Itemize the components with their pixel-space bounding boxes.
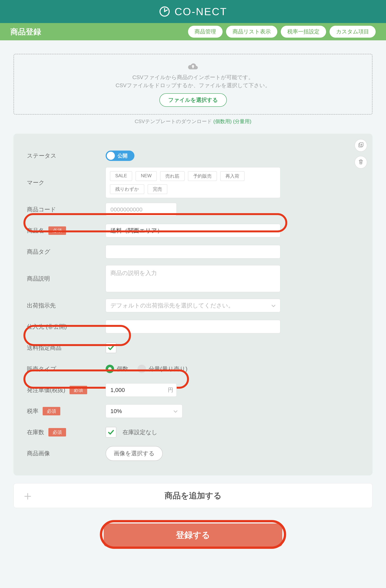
tax-rate-value: 10% [110, 408, 122, 414]
stock-none-checkbox[interactable] [106, 427, 116, 438]
row-product-desc: 商品説明 [27, 262, 359, 295]
brand-name: CO-NECT [174, 6, 227, 18]
stock-label: 在庫数 [27, 428, 44, 436]
product-code-label: 商品コード [27, 206, 56, 213]
csv-template-single-link[interactable]: (個数用) [213, 119, 232, 124]
mark-chip-new[interactable]: NEW [136, 171, 157, 181]
status-toggle-label: 公開 [118, 152, 128, 159]
row-unit-price: 発注単価(税抜) 必須 円 [27, 379, 359, 400]
sale-type-count-radio[interactable]: 個数 [106, 365, 128, 373]
check-icon [107, 429, 114, 436]
image-select-button[interactable]: 画像を選択する [106, 446, 163, 461]
side-buttons [355, 139, 367, 168]
csv-upload-zone[interactable]: CSVファイルから商品のインポートが可能です。 CSVファイルをドロップするか、… [13, 54, 373, 115]
product-name-required: 必須 [48, 226, 66, 235]
mark-chip-box: SALE NEW 売れ筋 予約販売 再入荷 残りわずか 完売 [106, 167, 280, 198]
sale-type-count-label: 個数 [117, 365, 128, 373]
upload-text-1: CSVファイルから商品のインポートが可能です。 [18, 74, 368, 81]
mark-label: マーク [27, 179, 44, 187]
sub-header: 商品登録 商品管理 商品リスト表示 税率一括設定 カスタム項目 [0, 23, 386, 40]
brand: CO-NECT [159, 6, 227, 18]
nav-pill-custom[interactable]: カスタム項目 [330, 26, 376, 38]
sale-type-weight-label: 分量(量り売り) [149, 365, 187, 373]
tax-rate-required: 必須 [43, 407, 60, 415]
row-tax-rate: 税率 必須 10% [27, 400, 359, 422]
nav-pill-tax[interactable]: 税率一括設定 [281, 26, 326, 38]
trash-icon [358, 159, 364, 166]
shipping-flag-checkbox[interactable] [106, 342, 116, 353]
shipping-flag-label: 送料指定商品 [27, 344, 62, 352]
mark-chip-soldout[interactable]: 完売 [148, 184, 167, 194]
csv-template-bulk-link[interactable]: (分量用) [233, 119, 251, 124]
mark-chip-bestseller[interactable]: 売れ筋 [160, 171, 185, 181]
product-desc-textarea[interactable] [106, 265, 280, 292]
sale-type-weight-radio[interactable]: 分量(量り売り) [137, 365, 187, 373]
product-form-card: ステータス 公開 マーク SALE NEW 売れ筋 予約販売 再入荷 [13, 134, 373, 476]
row-supplier: 仕入先 (非公開) [27, 316, 359, 337]
row-product-name: 商品名 必須 [27, 220, 359, 241]
nav-pills: 商品管理 商品リスト表示 税率一括設定 カスタム項目 [188, 26, 376, 38]
toggle-knob [107, 152, 115, 160]
product-tag-input[interactable] [106, 245, 280, 258]
tax-rate-label: 税率 [27, 407, 38, 415]
submit-button[interactable]: 登録する [104, 524, 282, 546]
product-name-label: 商品名 [27, 227, 44, 235]
duplicate-button[interactable] [355, 139, 367, 152]
add-product-label: 商品を追加する [165, 490, 222, 501]
status-toggle[interactable]: 公開 [106, 150, 134, 161]
sale-type-radio-group: 個数 分量(量り売り) [106, 365, 187, 373]
ship-dest-select[interactable]: デフォルトの出荷指示先を選択してください。 [106, 299, 280, 312]
unit-price-required: 必須 [69, 386, 87, 394]
cloud-upload-icon [188, 62, 198, 72]
unit-price-input[interactable] [106, 383, 177, 397]
ship-dest-label: 出荷指示先 [27, 302, 56, 310]
delete-button[interactable] [355, 156, 367, 168]
unit-price-label: 発注単価(税抜) [27, 386, 65, 394]
status-label: ステータス [27, 152, 56, 160]
mark-chip-restock[interactable]: 再入荷 [220, 171, 244, 181]
row-product-code: 商品コード [27, 199, 359, 220]
duplicate-icon [358, 142, 364, 149]
supplier-label: 仕入先 (非公開) [27, 323, 67, 331]
row-stock: 在庫数 必須 在庫設定なし [27, 422, 359, 443]
mark-chip-lowstock[interactable]: 残りわずか [110, 184, 144, 194]
nav-pill-list[interactable]: 商品リスト表示 [226, 26, 277, 38]
page-title: 商品登録 [10, 26, 41, 37]
row-product-tag: 商品タグ [27, 241, 359, 262]
mark-chip-preorder[interactable]: 予約販売 [188, 171, 217, 181]
chevron-down-icon [271, 303, 276, 309]
row-ship-dest: 出荷指示先 デフォルトの出荷指示先を選択してください。 [27, 295, 359, 316]
radio-unselected-icon [137, 365, 146, 373]
stock-required: 必須 [48, 428, 66, 437]
submit-label: 登録する [176, 529, 210, 541]
upload-text-2: CSVファイルをドロップするか、ファイルを選択して下さい。 [18, 82, 368, 89]
csv-template-prefix: CSVテンプレートのダウンロード [135, 119, 212, 124]
product-image-label: 商品画像 [27, 450, 50, 457]
unit-price-unit: 円 [168, 386, 173, 394]
supplier-input[interactable] [106, 320, 280, 333]
row-status: ステータス 公開 [27, 145, 359, 166]
brand-logo-icon [159, 6, 170, 17]
stock-none-label: 在庫設定なし [123, 428, 157, 436]
product-tag-label: 商品タグ [27, 248, 50, 256]
file-select-button[interactable]: ファイルを選択する [159, 93, 227, 107]
plus-icon: ＋ [21, 487, 34, 504]
mark-chip-sale[interactable]: SALE [110, 171, 132, 181]
tax-rate-select[interactable]: 10% [106, 404, 182, 418]
page-body: CSVファイルから商品のインポートが可能です。 CSVファイルをドロップするか、… [0, 40, 386, 562]
sale-type-label: 販売タイプ [27, 365, 56, 373]
row-mark: マーク SALE NEW 売れ筋 予約販売 再入荷 残りわずか 完売 [27, 166, 359, 199]
product-name-input[interactable] [106, 224, 280, 237]
row-sale-type: 販売タイプ 個数 分量(量り売り) [27, 358, 359, 379]
chevron-down-icon [173, 408, 178, 414]
add-product-bar[interactable]: ＋ 商品を追加する [13, 483, 373, 508]
csv-template-row: CSVテンプレートのダウンロード (個数用) (分量用) [13, 118, 373, 125]
row-product-image: 商品画像 画像を選択する [27, 443, 359, 464]
row-shipping-flag: 送料指定商品 [27, 337, 359, 358]
product-desc-label: 商品説明 [27, 275, 50, 283]
check-icon [107, 344, 114, 351]
nav-pill-products[interactable]: 商品管理 [188, 26, 223, 38]
radio-selected-icon [106, 365, 114, 373]
product-code-input[interactable] [106, 203, 177, 216]
top-bar: CO-NECT [0, 0, 386, 23]
